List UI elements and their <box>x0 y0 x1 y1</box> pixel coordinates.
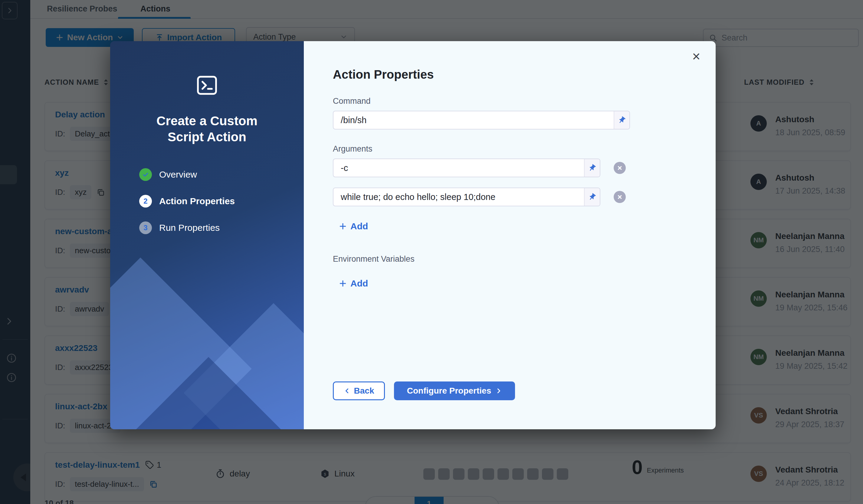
environment-variables-label: Environment Variables <box>333 254 699 264</box>
command-field <box>333 111 630 129</box>
modal-actions: Back Configure Properties <box>333 381 515 400</box>
argument-input[interactable] <box>334 188 584 206</box>
add-argument-button[interactable]: Add <box>339 221 368 231</box>
pin-icon <box>588 193 597 201</box>
step-number: 2 <box>139 195 152 207</box>
pin-button[interactable] <box>584 188 600 206</box>
modal-heading: Action Properties <box>333 68 699 81</box>
watermark-glow <box>110 260 304 429</box>
remove-argument-button[interactable]: × <box>614 162 626 174</box>
chevron-right-icon <box>495 388 502 394</box>
add-label: Add <box>350 221 368 231</box>
create-custom-script-action-modal: Create a Custom Script Action Overview 2… <box>110 41 716 429</box>
step-label: Overview <box>159 169 197 180</box>
command-label: Command <box>333 97 699 106</box>
wizard-title: Create a Custom Script Action <box>110 113 304 145</box>
arguments-label: Arguments <box>333 144 699 154</box>
modal-form-panel: × Action Properties Command Arguments × <box>304 41 716 429</box>
pin-icon <box>617 116 626 124</box>
add-label: Add <box>350 278 368 289</box>
back-label: Back <box>354 386 374 396</box>
step-number: 3 <box>139 222 152 234</box>
terminal-icon <box>195 73 219 98</box>
remove-argument-button[interactable]: × <box>614 191 626 203</box>
plus-icon <box>339 279 347 287</box>
argument-field <box>333 159 600 177</box>
back-button[interactable]: Back <box>333 381 385 400</box>
argument-row: × <box>333 188 699 206</box>
argument-input[interactable] <box>334 159 584 177</box>
step-action-properties[interactable]: 2 Action Properties <box>139 195 235 207</box>
step-done-check-icon <box>139 168 152 181</box>
pin-icon <box>588 164 597 172</box>
argument-field <box>333 188 600 206</box>
chevron-left-icon <box>344 388 350 394</box>
wizard-steps: Overview 2 Action Properties 3 Run Prope… <box>139 168 235 248</box>
command-input[interactable] <box>334 111 614 129</box>
step-overview[interactable]: Overview <box>139 168 235 181</box>
add-env-var-button[interactable]: Add <box>339 278 368 289</box>
configure-properties-button[interactable]: Configure Properties <box>394 381 515 400</box>
step-run-properties[interactable]: 3 Run Properties <box>139 222 235 234</box>
app-root: Resilience Probes Actions New Action Imp… <box>0 0 863 504</box>
argument-row: × <box>333 159 699 177</box>
step-label: Run Properties <box>159 223 220 233</box>
pin-button[interactable] <box>584 159 600 177</box>
pin-button[interactable] <box>614 111 629 129</box>
close-icon[interactable]: × <box>689 49 703 64</box>
configure-properties-label: Configure Properties <box>407 386 491 396</box>
wizard-side-panel: Create a Custom Script Action Overview 2… <box>110 41 304 429</box>
plus-icon <box>339 222 347 230</box>
step-label: Action Properties <box>159 196 235 206</box>
